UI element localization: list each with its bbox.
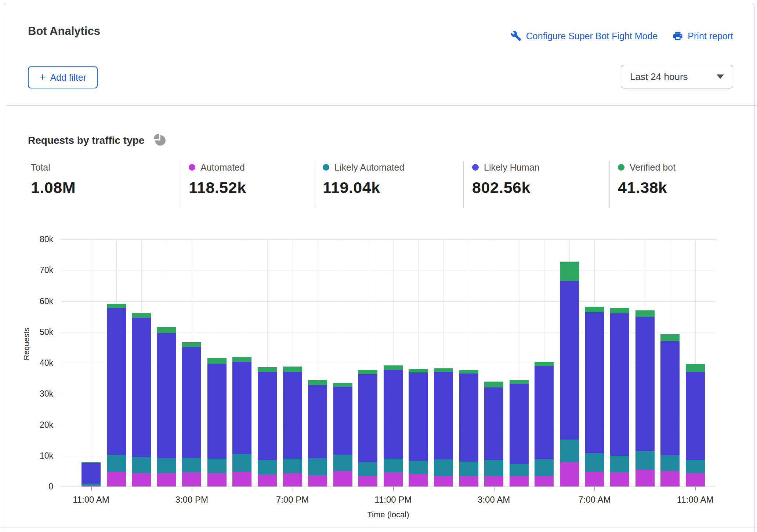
bar-segment-verified-bot[interactable] xyxy=(283,367,302,371)
bar-segment-verified-bot[interactable] xyxy=(182,342,201,347)
bar-segment-verified-bot[interactable] xyxy=(610,308,629,313)
bar-segment-likely-human[interactable] xyxy=(510,384,529,464)
bar-segment-automated[interactable] xyxy=(459,476,478,487)
bar-segment-likely-human[interactable] xyxy=(660,341,680,455)
bar-segment-verified-bot[interactable] xyxy=(107,304,126,308)
bar-segment-likely-automated[interactable] xyxy=(635,451,655,470)
bar-segment-likely-automated[interactable] xyxy=(132,457,151,473)
bar-segment-likely-human[interactable] xyxy=(585,312,604,453)
bar-segment-likely-automated[interactable] xyxy=(585,453,604,472)
bar-segment-verified-bot[interactable] xyxy=(560,262,579,281)
bar-segment-verified-bot[interactable] xyxy=(258,367,277,372)
bar-segment-verified-bot[interactable] xyxy=(82,462,101,463)
bar-segment-likely-human[interactable] xyxy=(610,313,629,456)
bar-segment-automated[interactable] xyxy=(434,476,453,487)
bar-segment-automated[interactable] xyxy=(157,473,176,487)
bar-segment-likely-automated[interactable] xyxy=(459,462,478,476)
bar-segment-likely-automated[interactable] xyxy=(232,454,251,472)
stat-verified-bot[interactable]: Verified bot41.38k xyxy=(618,161,675,197)
bar-segment-automated[interactable] xyxy=(610,472,629,487)
bar-segment-verified-bot[interactable] xyxy=(686,364,705,372)
bar-segment-verified-bot[interactable] xyxy=(207,358,227,364)
bar-segment-likely-human[interactable] xyxy=(132,318,151,457)
bar-segment-likely-automated[interactable] xyxy=(610,456,629,472)
bar-segment-automated[interactable] xyxy=(535,476,554,487)
bar-segment-likely-automated[interactable] xyxy=(258,460,277,475)
bar-segment-likely-automated[interactable] xyxy=(82,484,101,485)
bar-segment-likely-human[interactable] xyxy=(358,374,377,462)
time-range-select[interactable]: Last 24 hours xyxy=(621,65,733,88)
bar-segment-automated[interactable] xyxy=(384,472,403,487)
bar-segment-likely-human[interactable] xyxy=(484,387,503,460)
bar-segment-automated[interactable] xyxy=(333,471,352,487)
bar-segment-likely-human[interactable] xyxy=(686,372,705,460)
bar-segment-likely-automated[interactable] xyxy=(358,462,377,475)
bar-segment-likely-automated[interactable] xyxy=(207,459,227,473)
bar-segment-likely-automated[interactable] xyxy=(660,455,680,471)
bar-segment-automated[interactable] xyxy=(635,470,655,487)
bar-segment-likely-human[interactable] xyxy=(560,281,579,440)
bar-segment-likely-automated[interactable] xyxy=(333,455,352,471)
bar-segment-likely-human[interactable] xyxy=(409,372,428,461)
bar-segment-automated[interactable] xyxy=(283,473,302,487)
bar-segment-automated[interactable] xyxy=(409,474,428,487)
configure-super-bot-fight-mode-link[interactable]: Configure Super Bot Fight Mode xyxy=(511,30,658,41)
bar-segment-likely-automated[interactable] xyxy=(409,461,428,474)
bar-segment-automated[interactable] xyxy=(686,473,705,487)
bar-segment-likely-human[interactable] xyxy=(459,374,478,461)
bar-segment-verified-bot[interactable] xyxy=(585,307,604,312)
bar-segment-likely-automated[interactable] xyxy=(535,459,554,476)
bar-segment-automated[interactable] xyxy=(107,472,126,487)
bar-segment-automated[interactable] xyxy=(232,472,251,487)
bar-segment-likely-human[interactable] xyxy=(82,463,101,484)
bar-segment-likely-human[interactable] xyxy=(283,372,302,459)
bar-segment-verified-bot[interactable] xyxy=(484,382,503,387)
bar-segment-verified-bot[interactable] xyxy=(535,362,554,366)
bar-segment-verified-bot[interactable] xyxy=(157,327,176,333)
bar-segment-likely-human[interactable] xyxy=(207,364,227,459)
bar-segment-automated[interactable] xyxy=(258,474,277,487)
print-report-link[interactable]: Print report xyxy=(672,30,733,41)
bar-segment-automated[interactable] xyxy=(484,476,503,487)
bar-segment-automated[interactable] xyxy=(560,462,579,487)
bar-segment-likely-automated[interactable] xyxy=(686,460,705,473)
bar-segment-likely-human[interactable] xyxy=(384,370,403,459)
stat-automated[interactable]: Automated118.52k xyxy=(189,161,246,197)
bar-segment-likely-human[interactable] xyxy=(333,387,352,455)
stat-likely-automated[interactable]: Likely Automated119.04k xyxy=(323,161,404,197)
bar-segment-likely-automated[interactable] xyxy=(384,459,403,472)
bar-segment-likely-human[interactable] xyxy=(535,366,554,459)
bar-segment-likely-human[interactable] xyxy=(308,385,327,459)
bar-segment-likely-automated[interactable] xyxy=(560,440,579,462)
bar-segment-likely-automated[interactable] xyxy=(182,458,201,473)
bar-segment-verified-bot[interactable] xyxy=(333,383,352,387)
bar-segment-likely-human[interactable] xyxy=(157,333,176,458)
bar-segment-automated[interactable] xyxy=(207,473,227,487)
bar-segment-likely-human[interactable] xyxy=(635,317,655,451)
bar-segment-likely-human[interactable] xyxy=(107,308,126,455)
bar-segment-verified-bot[interactable] xyxy=(434,368,453,372)
bar-segment-verified-bot[interactable] xyxy=(510,380,529,384)
bar-segment-likely-automated[interactable] xyxy=(283,459,302,473)
bar-segment-automated[interactable] xyxy=(585,472,604,487)
bar-segment-automated[interactable] xyxy=(510,476,529,487)
bar-segment-verified-bot[interactable] xyxy=(384,365,403,370)
bar-segment-verified-bot[interactable] xyxy=(232,357,251,362)
bar-segment-verified-bot[interactable] xyxy=(459,370,478,374)
bar-segment-automated[interactable] xyxy=(660,471,680,487)
bar-segment-verified-bot[interactable] xyxy=(308,380,327,385)
bar-segment-automated[interactable] xyxy=(308,475,327,487)
bar-segment-automated[interactable] xyxy=(358,476,377,487)
bar-segment-likely-automated[interactable] xyxy=(308,458,327,475)
bar-segment-likely-human[interactable] xyxy=(182,347,201,458)
bar-segment-likely-automated[interactable] xyxy=(484,460,503,476)
bar-segment-likely-automated[interactable] xyxy=(107,455,126,471)
bar-segment-verified-bot[interactable] xyxy=(132,313,151,318)
bar-segment-likely-human[interactable] xyxy=(232,362,251,454)
stat-likely-human[interactable]: Likely Human802.56k xyxy=(472,161,539,197)
bar-segment-likely-automated[interactable] xyxy=(157,458,176,473)
bar-segment-verified-bot[interactable] xyxy=(660,334,680,341)
bar-segment-likely-automated[interactable] xyxy=(434,459,453,476)
bar-segment-likely-human[interactable] xyxy=(434,372,453,459)
bar-segment-verified-bot[interactable] xyxy=(358,370,377,375)
